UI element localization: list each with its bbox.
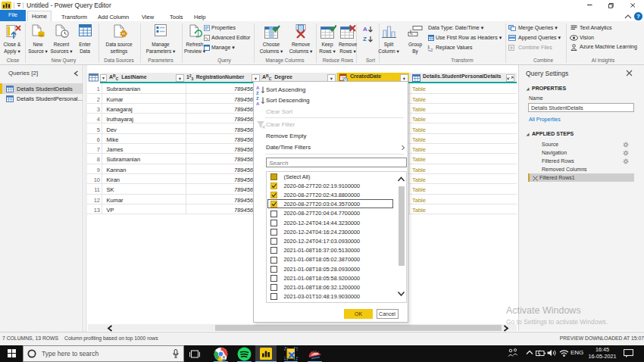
svg-text:A: A [256,101,260,106]
svg-text:A: A [363,26,367,33]
svg-text:A: A [256,86,260,90]
svg-text:Z: Z [363,36,367,42]
svg-text:Z: Z [256,91,259,95]
svg-text:2: 2 [430,48,433,51]
svg-text:Z: Z [256,96,259,101]
